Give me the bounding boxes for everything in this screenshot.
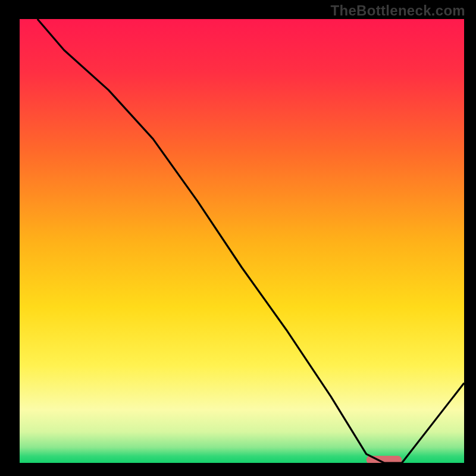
chart-container: TheBottleneck.com xyxy=(0,0,476,476)
watermark-text: TheBottleneck.com xyxy=(331,2,465,19)
gradient-background xyxy=(20,19,464,463)
chart-svg xyxy=(0,0,476,476)
